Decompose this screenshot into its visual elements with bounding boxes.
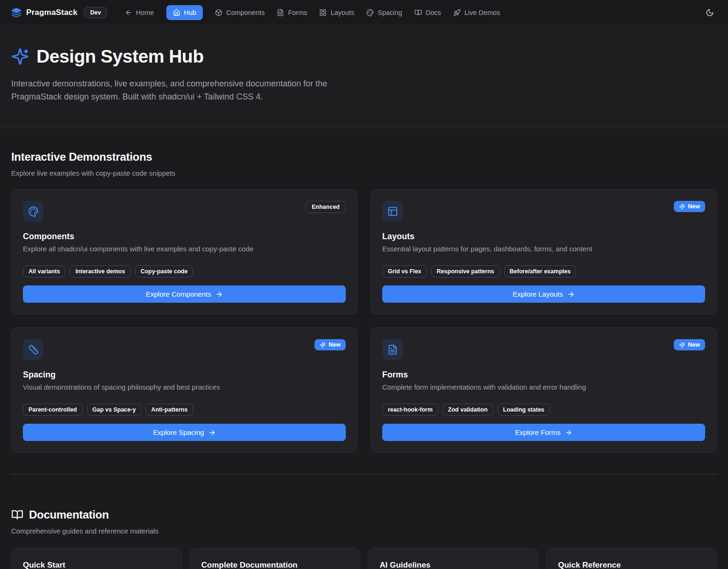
tag: Responsive patterns [431, 265, 500, 277]
demo-card-spacing: New Spacing Visual demonstrations of spa… [11, 327, 357, 453]
card-title: Components [23, 232, 346, 242]
env-badge: Dev [84, 7, 107, 18]
tag: Before/after examples [504, 265, 577, 277]
tag: Interactive demos [70, 265, 130, 277]
nav-item-home[interactable]: Home [125, 9, 154, 16]
page-title-row: Design System Hub [11, 46, 717, 67]
docs-section-subtitle: Comprehensive guides and reference mater… [11, 527, 717, 535]
book-open-icon [11, 509, 23, 521]
demos-section-subtitle: Explore live examples with copy-paste co… [11, 169, 717, 177]
tag-list: react-hook-form Zod validation Loading s… [382, 404, 705, 416]
enhanced-badge: Enhanced [306, 201, 346, 213]
arrow-right-icon [215, 291, 223, 298]
card-description: Explore all shadcn/ui components with li… [23, 245, 346, 253]
nav-item-hub[interactable]: Hub [166, 5, 203, 20]
tag: Parent-controlled [23, 404, 83, 416]
sparkles-icon [320, 342, 326, 348]
sparkles-icon [11, 48, 29, 65]
layers-logo-icon [11, 7, 21, 18]
explore-forms-button[interactable]: Explore Forms [382, 424, 705, 441]
hero-section: Design System Hub Interactive demonstrat… [0, 26, 728, 128]
doc-card-ai-guidelines[interactable]: AI Guidelines Rules for AI code generati… [368, 548, 539, 569]
tag: Anti-patterns [146, 404, 193, 416]
tag: Gap vs Space-y [87, 404, 142, 416]
doc-card-title: AI Guidelines [380, 561, 527, 569]
palette-icon [366, 9, 374, 16]
house-icon [173, 9, 180, 16]
card-title: Spacing [23, 370, 346, 380]
doc-card-title: Complete Documentation [201, 561, 349, 569]
tag-list: Parent-controlled Gap vs Space-y Anti-pa… [23, 404, 346, 416]
nav-item-layouts[interactable]: Layouts [319, 9, 354, 16]
tag: All variants [23, 265, 65, 277]
nav-item-components[interactable]: Components [215, 9, 264, 16]
rocket-icon [453, 9, 461, 16]
file-text-icon [382, 339, 403, 360]
moon-icon [706, 8, 714, 17]
doc-card-grid: Quick Start 5-minute crash course Comple… [11, 548, 717, 569]
docs-section-title: Documentation [29, 508, 109, 521]
card-description: Complete form implementations with valid… [382, 383, 705, 391]
demo-card-forms: New Forms Complete form implementations … [371, 327, 717, 453]
arrow-right-icon [208, 429, 216, 436]
card-description: Visual demonstrations of spacing philoso… [23, 383, 346, 391]
brand-name: PragmaStack [26, 8, 78, 17]
explore-layouts-button[interactable]: Explore Layouts [382, 285, 705, 303]
panels-top-left-icon [382, 201, 403, 221]
new-badge: New [674, 201, 705, 212]
tag-list: All variants Interactive demos Copy-past… [23, 265, 346, 277]
demos-section-title: Interactive Demonstrations [11, 150, 717, 164]
doc-card-complete-documentation[interactable]: Complete Documentation Full design syste… [190, 548, 360, 569]
demo-card-grid: Enhanced Components Explore all shadcn/u… [11, 189, 717, 453]
main-content: Interactive Demonstrations Explore live … [0, 128, 728, 484]
book-open-icon [414, 9, 422, 16]
tag: Grid vs Flex [382, 265, 427, 277]
theme-toggle-button[interactable] [703, 6, 717, 20]
page-subtitle: Interactive demonstrations, live example… [11, 77, 359, 103]
page-title: Design System Hub [36, 46, 204, 67]
new-badge: New [314, 339, 346, 350]
file-text-icon [277, 9, 284, 16]
explore-components-button[interactable]: Explore Components [23, 285, 346, 303]
card-title: Forms [382, 370, 705, 380]
sparkles-icon [679, 204, 685, 210]
top-nav: PragmaStack Dev Home Hub Components [0, 0, 728, 26]
tag: Zod validation [443, 404, 493, 416]
tag-list: Grid vs Flex Responsive patterns Before/… [382, 265, 705, 277]
arrow-left-icon [125, 9, 132, 16]
section-divider [11, 474, 717, 475]
documentation-section: Documentation Comprehensive guides and r… [0, 484, 728, 569]
nav-item-forms[interactable]: Forms [277, 9, 307, 16]
card-title: Layouts [382, 232, 705, 242]
tag: Loading states [498, 404, 550, 416]
tag: react-hook-form [382, 404, 438, 416]
layout-grid-icon [319, 9, 327, 16]
doc-card-title: Quick Reference [558, 561, 705, 569]
ruler-icon [23, 339, 43, 360]
explore-spacing-button[interactable]: Explore Spacing [23, 424, 346, 441]
arrow-right-icon [565, 429, 572, 436]
palette-icon [23, 201, 43, 221]
nav-item-spacing[interactable]: Spacing [366, 9, 402, 16]
doc-card-quick-reference[interactable]: Quick Reference Cheat sheet for lookups [546, 548, 717, 569]
nav-item-live-demos[interactable]: Live Demos [453, 9, 500, 16]
new-badge: New [674, 339, 705, 350]
card-description: Essential layout patterns for pages, das… [382, 245, 705, 253]
arrow-right-icon [567, 291, 575, 298]
tag: Copy-paste code [135, 265, 193, 277]
nav-links: Home Hub Components Forms [125, 5, 500, 20]
demo-card-components: Enhanced Components Explore all shadcn/u… [11, 189, 357, 314]
nav-item-docs[interactable]: Docs [414, 9, 441, 16]
sparkles-icon [679, 342, 685, 348]
demo-card-layouts: New Layouts Essential layout patterns fo… [371, 189, 717, 314]
box-icon [215, 9, 222, 16]
doc-card-title: Quick Start [23, 561, 170, 569]
doc-card-quick-start[interactable]: Quick Start 5-minute crash course [11, 548, 182, 569]
